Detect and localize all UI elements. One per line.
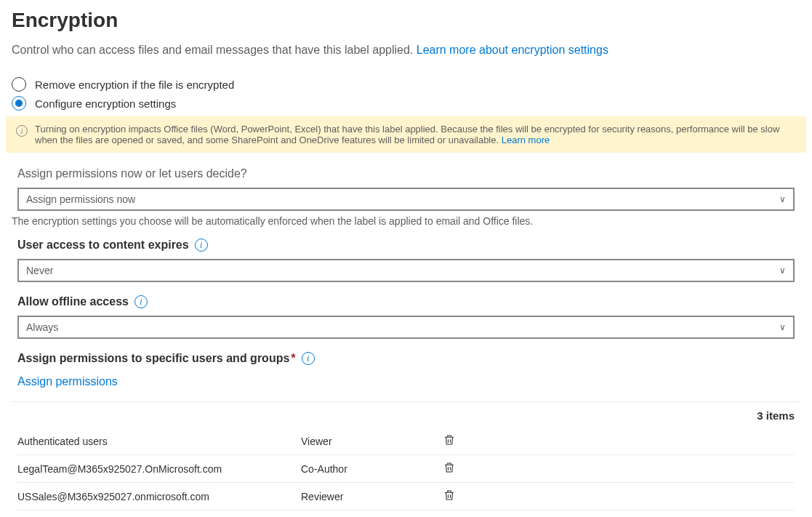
table-row: Authenticated users Viewer bbox=[17, 428, 795, 455]
radio-label: Remove encryption if the file is encrypt… bbox=[35, 79, 234, 91]
learn-more-link[interactable]: Learn more about encryption settings bbox=[417, 44, 608, 56]
chevron-down-icon: ∨ bbox=[779, 194, 786, 204]
trash-icon[interactable] bbox=[443, 433, 456, 447]
label-text: User access to content expires bbox=[17, 239, 189, 252]
radio-configure-encryption[interactable]: Configure encryption settings bbox=[12, 96, 800, 111]
banner-learn-more-link[interactable]: Learn more bbox=[502, 135, 550, 145]
required-indicator: * bbox=[291, 352, 295, 365]
allow-offline-access-dropdown[interactable]: Always ∨ bbox=[17, 316, 795, 339]
subtitle-text: Control who can access files and email m… bbox=[12, 44, 417, 56]
allow-offline-access-label: Allow offline access i bbox=[17, 295, 795, 308]
dropdown-value: Always bbox=[26, 321, 58, 333]
radio-icon bbox=[12, 77, 26, 92]
assign-permissions-link[interactable]: Assign permissions bbox=[17, 375, 118, 388]
page-subtitle: Control who can access files and email m… bbox=[12, 44, 800, 57]
role-cell: Co-Author bbox=[301, 463, 443, 475]
permissions-table: Authenticated users Viewer LegalTeam@M36… bbox=[12, 428, 800, 510]
info-icon: i bbox=[16, 125, 28, 137]
radio-icon bbox=[12, 96, 26, 111]
user-cell: USSales@M365x925027.onmicrosoft.com bbox=[17, 491, 301, 502]
banner-text: Turning on encryption impacts Office fil… bbox=[35, 124, 779, 145]
chevron-down-icon: ∨ bbox=[779, 265, 786, 276]
user-cell: Authenticated users bbox=[17, 436, 301, 447]
items-count: 3 items bbox=[12, 409, 800, 422]
trash-icon[interactable] bbox=[443, 460, 456, 475]
assign-permissions-label: Assign permissions now or let users deci… bbox=[17, 167, 795, 180]
role-cell: Viewer bbox=[301, 436, 443, 447]
info-icon[interactable]: i bbox=[134, 295, 148, 308]
dropdown-value: Assign permissions now bbox=[26, 193, 135, 205]
radio-label: Configure encryption settings bbox=[35, 97, 176, 110]
encryption-mode-radio-group: Remove encryption if the file is encrypt… bbox=[12, 77, 800, 111]
dropdown-value: Never bbox=[26, 265, 53, 276]
chevron-down-icon: ∨ bbox=[779, 322, 786, 332]
trash-icon[interactable] bbox=[443, 488, 456, 502]
user-cell: LegalTeam@M365x925027.OnMicrosoft.com bbox=[17, 463, 301, 475]
radio-remove-encryption[interactable]: Remove encryption if the file is encrypt… bbox=[12, 77, 800, 92]
table-row: USSales@M365x925027.onmicrosoft.com Revi… bbox=[17, 483, 795, 510]
info-icon[interactable]: i bbox=[195, 239, 208, 252]
info-banner: i Turning on encryption impacts Office f… bbox=[6, 116, 806, 153]
divider bbox=[12, 401, 800, 402]
page-title: Encryption bbox=[12, 9, 800, 32]
user-access-expires-dropdown[interactable]: Never ∨ bbox=[17, 259, 795, 282]
table-row: LegalTeam@M365x925027.OnMicrosoft.com Co… bbox=[17, 455, 795, 483]
assign-permissions-dropdown[interactable]: Assign permissions now ∨ bbox=[17, 188, 795, 211]
user-access-expires-label: User access to content expires i bbox=[17, 239, 795, 252]
label-text: Assign permissions to specific users and… bbox=[17, 352, 289, 365]
role-cell: Reviewer bbox=[301, 491, 443, 502]
assign-specific-label: Assign permissions to specific users and… bbox=[17, 352, 795, 365]
info-icon[interactable]: i bbox=[302, 352, 315, 365]
assign-permissions-help-text: The encryption settings you choose will … bbox=[12, 215, 800, 227]
label-text: Allow offline access bbox=[17, 295, 129, 308]
